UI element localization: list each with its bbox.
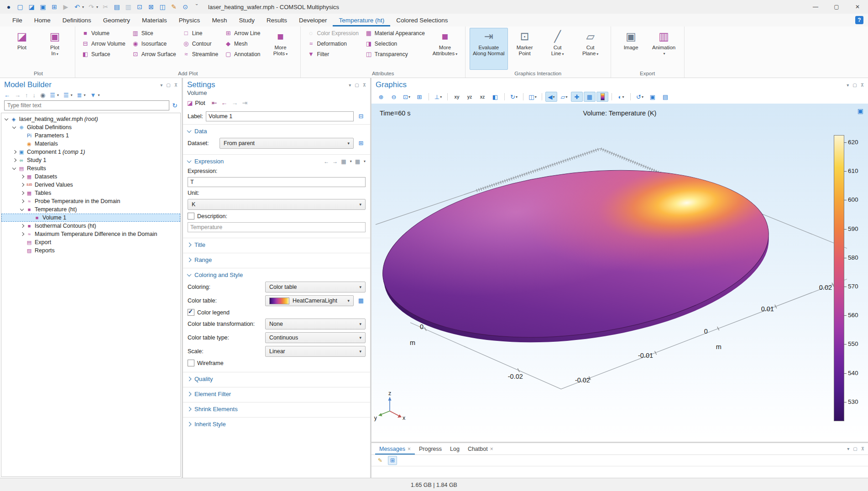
tree-item-derived-values[interactable]: 8.85Derived Values — [1, 181, 180, 189]
expander-icon[interactable] — [20, 222, 26, 230]
expander-icon[interactable] — [12, 148, 18, 156]
expander-icon[interactable] — [20, 197, 26, 205]
show-grid-icon[interactable]: ▦ — [584, 92, 596, 102]
help-icon[interactable]: ? — [855, 16, 863, 24]
close-button[interactable]: ✕ — [847, 0, 868, 14]
panel-pin-icon[interactable]: ⊼ — [861, 446, 864, 451]
open-file-icon[interactable]: ◪ — [27, 3, 36, 11]
ribbon-button-arrow-surface[interactable]: ⊡Arrow Surface — [129, 49, 179, 59]
close-icon[interactable]: × — [490, 444, 493, 454]
graphics-plot-area[interactable]: 0m-0.02-0.02-0.010m0.010.02 z x y — [371, 104, 868, 442]
ribbon-tab-definitions[interactable]: Definitions — [57, 15, 97, 26]
data-section-header[interactable]: Data — [183, 126, 370, 136]
ribbon-tab-temperature-ht[interactable]: Temperature (ht) — [333, 15, 390, 26]
filter-tree-caret-icon[interactable]: ▾ — [98, 93, 99, 97]
next-expression-icon[interactable]: → — [332, 158, 338, 165]
ribbon-button-cut-line[interactable]: ╱CutLine▾ — [542, 28, 574, 70]
expand-tree-caret-icon[interactable]: ▾ — [57, 93, 59, 97]
expander-icon[interactable] — [20, 172, 26, 181]
show-color-legend-icon[interactable] — [596, 92, 608, 102]
expander-icon[interactable] — [20, 181, 26, 189]
tree-item-maximum-temperature-difference-in-the-domain[interactable]: ≈Maximum Temperature Difference in the D… — [1, 230, 180, 238]
title-section-header[interactable]: Title — [183, 240, 370, 250]
close-icon[interactable]: × — [408, 444, 411, 454]
move-down-icon[interactable]: ↓ — [33, 92, 36, 99]
tree-item-reports[interactable]: ▨Reports — [1, 246, 180, 255]
copy-icon[interactable]: ▤ — [113, 3, 121, 11]
ribbon-button-deformation[interactable]: ≈Deformation — [304, 38, 361, 49]
previous-plot-icon[interactable]: ← — [221, 99, 227, 106]
ribbon-tab-physics[interactable]: Physics — [173, 15, 206, 26]
ribbon-button-more-attributes[interactable]: ■MoreAttributes▾ — [429, 28, 461, 70]
tree-item-materials[interactable]: ◉Materials — [1, 140, 180, 148]
go-to-default-view-icon[interactable]: ⊥▾ — [432, 92, 444, 102]
ribbon-button-more-plots[interactable]: ■MorePlots▾ — [264, 28, 296, 70]
description-checkbox[interactable] — [188, 213, 194, 219]
plot-button[interactable]: ◪ Plot — [187, 99, 205, 106]
panel-pin-icon[interactable]: ⊼ — [363, 83, 366, 88]
ribbon-tab-results[interactable]: Results — [261, 15, 293, 26]
color-table-type-select[interactable]: Continuous — [265, 332, 366, 343]
ribbon-button-line[interactable]: □Line — [180, 28, 221, 38]
ribbon-button-selection[interactable]: ◨Selection — [362, 38, 428, 49]
tree-item-temperature-ht[interactable]: ■Temperature (ht) — [1, 205, 180, 214]
insert-expression-icon[interactable]: ▦ — [355, 158, 360, 165]
tab-progress[interactable]: Progress — [415, 443, 446, 454]
zoom-in-icon[interactable]: ⊕ — [375, 92, 387, 102]
tree-item-laser-heating-wafer-mph[interactable]: ◈laser_heating_wafer.mph(root) — [1, 115, 180, 123]
previous-expression-icon[interactable]: ← — [324, 158, 329, 165]
ribbon-button-arrow-volume[interactable]: ⊟Arrow Volume — [79, 38, 128, 49]
undo-caret-icon[interactable]: ▾ — [82, 5, 84, 9]
panel-menu-icon[interactable]: ▾ — [847, 446, 849, 451]
expand-tree-icon[interactable]: ☰ — [50, 92, 55, 99]
cut-icon[interactable]: ✂ — [101, 3, 110, 11]
last-plot-icon[interactable]: ⇥ — [242, 99, 247, 106]
ribbon-button-transparency[interactable]: ◫Transparency — [362, 49, 428, 59]
tree-item-datasets[interactable]: ▦Datasets — [1, 172, 180, 181]
filter-tree-icon[interactable]: ▼ — [90, 92, 96, 99]
replace-expression-icon[interactable]: ▦ — [341, 158, 346, 165]
expression-input[interactable] — [188, 177, 366, 187]
ribbon-button-plot-in[interactable]: ▣PlotIn▾ — [39, 28, 71, 70]
ribbon-button-slice[interactable]: ▥Slice — [129, 28, 179, 38]
collapse-tree-icon[interactable]: ☰ — [63, 92, 69, 99]
color-table-select[interactable]: HeatCameraLight — [265, 295, 354, 306]
tree-item-global-definitions[interactable]: ⊕Global Definitions — [1, 123, 180, 131]
tree-item-component-1[interactable]: ▣Component 1(comp 1) — [1, 148, 180, 156]
unit-select[interactable]: K — [188, 199, 366, 210]
tree-filter-input[interactable] — [4, 100, 169, 110]
tree-item-study-1[interactable]: ∞Study 1 — [1, 156, 180, 164]
expander-icon[interactable] — [20, 230, 26, 238]
color-legend-checkbox[interactable] — [188, 309, 194, 316]
tab-chatbot[interactable]: Chatbot× — [464, 443, 497, 454]
tab-messages[interactable]: Messages× — [375, 443, 415, 454]
coloring-style-header[interactable]: Coloring and Style — [183, 270, 370, 280]
comsol-logo-icon[interactable]: ● — [5, 3, 13, 11]
ribbon-tab-colored-selections[interactable]: Colored Selections — [390, 15, 454, 26]
tab-log[interactable]: Log — [446, 443, 464, 454]
go-back-icon[interactable]: ← — [4, 92, 10, 99]
tree-item-export[interactable]: ▤Export — [1, 238, 180, 246]
panel-float-icon[interactable]: ▢ — [852, 83, 857, 88]
expander-icon[interactable] — [4, 115, 10, 123]
select-box-icon[interactable]: ◫ — [158, 3, 167, 11]
ribbon-button-image[interactable]: ▣Image — [615, 28, 647, 70]
expander-icon[interactable] — [20, 189, 26, 197]
plot-properties-icon[interactable]: ▣ — [858, 107, 863, 115]
ribbon-tab-geometry[interactable]: Geometry — [97, 15, 136, 26]
expander-icon[interactable] — [20, 205, 26, 214]
wireframe-checkbox[interactable] — [188, 360, 194, 366]
redo-caret-icon[interactable]: ▾ — [96, 5, 98, 9]
go-forward-icon[interactable]: → — [15, 92, 21, 99]
quality-section-header[interactable]: Quality — [183, 374, 370, 384]
view-xy-icon[interactable]: xy — [451, 92, 463, 102]
tree-item-volume-1[interactable]: ■Volume 1 — [1, 214, 180, 222]
zoom-extents-icon[interactable]: ⊞ — [413, 92, 425, 102]
ribbon-button-filter[interactable]: ▼Filter — [304, 49, 361, 59]
minimize-button[interactable]: — — [805, 0, 826, 14]
refresh-icon[interactable]: ↻ — [172, 102, 178, 109]
zoom-out-icon[interactable]: ⊖ — [388, 92, 400, 102]
first-plot-icon[interactable]: ⇤ — [212, 99, 217, 106]
ribbon-button-contour[interactable]: ◎Contour — [180, 38, 221, 49]
color-brush-icon[interactable]: ✎ — [170, 3, 178, 11]
